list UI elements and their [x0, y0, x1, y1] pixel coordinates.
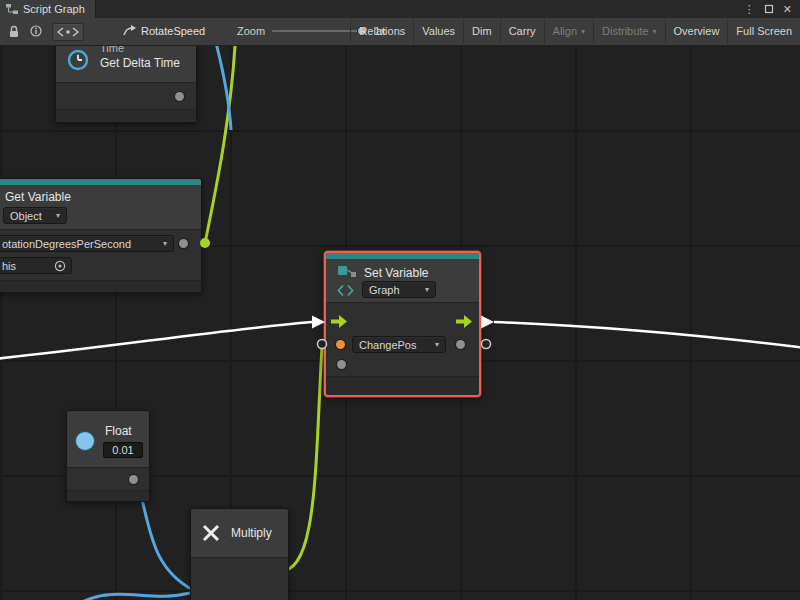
node-header: Get Variable Object ▾ — [0, 185, 201, 229]
node-title: Set Variable — [364, 266, 428, 280]
float-value-field[interactable]: 0.01 — [103, 442, 143, 458]
node-footer — [67, 490, 149, 501]
lock-button[interactable] — [6, 18, 22, 44]
distribute-button[interactable]: Distribute▾ — [593, 18, 664, 44]
node-footer — [326, 376, 479, 395]
variable-scope-dropdown[interactable]: Object ▾ — [3, 207, 67, 224]
carry-label: Carry — [509, 25, 536, 37]
node-title: Get Variable — [5, 190, 71, 204]
dropdown-arrow-icon: ▾ — [163, 239, 167, 248]
window-maximize-icon[interactable] — [764, 4, 774, 14]
node-footer — [56, 109, 196, 122]
wire-flow-out[interactable] — [494, 322, 800, 348]
distribute-dropdown-arrow-icon: ▾ — [653, 27, 657, 36]
node-get-delta-time[interactable]: Time Get Delta Time — [55, 45, 197, 123]
node-multiply[interactable]: Multiply A A × B B — [190, 508, 289, 600]
fullscreen-label: Full Screen — [736, 25, 792, 37]
script-graph-icon — [6, 4, 18, 14]
node-body: ChangePos ▾ — [326, 302, 479, 376]
node-title: Get Delta Time — [100, 56, 180, 70]
values-button[interactable]: Values — [413, 18, 463, 44]
distribute-label: Distribute — [602, 25, 648, 37]
variable-scope-dropdown[interactable]: Graph ▾ — [362, 281, 436, 298]
overview-label: Overview — [674, 25, 720, 37]
set-variable-icon — [337, 265, 357, 279]
variable-value-port[interactable] — [179, 239, 188, 248]
code-preview-icon — [57, 27, 79, 37]
overview-button[interactable]: Overview — [665, 18, 728, 44]
relations-label: Relations — [359, 25, 405, 37]
variable-name-label: otationDegreesPerSecond — [2, 238, 131, 250]
align-button[interactable]: Align▾ — [544, 18, 593, 44]
inspect-button[interactable] — [28, 18, 44, 44]
tab-bar: Script Graph ⋮ ✕ — [0, 0, 800, 19]
window-controls: ⋮ ✕ — [744, 0, 800, 18]
values-label: Values — [422, 25, 455, 37]
carry-button[interactable]: Carry — [500, 18, 544, 44]
graph-scope-icon — [337, 284, 354, 297]
delta-time-output-port[interactable] — [175, 92, 184, 101]
node-header: Time Get Delta Time — [56, 45, 196, 82]
multiply-icon — [201, 523, 221, 543]
value-input-port[interactable] — [336, 340, 345, 349]
node-get-variable[interactable]: Get Variable Object ▾ otationDegreesPerS… — [0, 178, 202, 293]
scope-label: Object — [10, 210, 42, 222]
window-close-icon[interactable]: ✕ — [783, 4, 792, 15]
lock-icon — [8, 25, 20, 38]
info-icon — [30, 25, 42, 37]
fullscreen-button[interactable]: Full Screen — [727, 18, 800, 44]
wire-green-variable[interactable] — [205, 45, 236, 243]
node-footer — [0, 280, 201, 292]
variable-name-dropdown[interactable]: ChangePos ▾ — [352, 336, 446, 353]
graph-toolbar: RotateSpeed Zoom 1x Relations Values Dim… — [0, 18, 800, 46]
window-menu-icon[interactable]: ⋮ — [744, 4, 755, 15]
zoom-label: Zoom — [237, 25, 265, 37]
graph-asset-icon — [122, 25, 136, 37]
value-preview-toggle[interactable] — [52, 23, 84, 41]
wire-flow-in[interactable] — [0, 322, 312, 359]
node-body: otationDegreesPerSecond ▾ his — [0, 229, 201, 280]
node-body — [56, 82, 196, 109]
clock-icon — [66, 48, 90, 72]
node-header: Float 0.01 — [67, 411, 149, 467]
dim-label: Dim — [472, 25, 492, 37]
object-target-label: his — [2, 260, 16, 272]
object-picker-icon[interactable] — [54, 260, 66, 272]
variable-name-dropdown[interactable]: otationDegreesPerSecond ▾ — [0, 235, 174, 252]
flow-output-port[interactable] — [456, 315, 472, 328]
toolbar-buttons: Relations Values Dim Carry Align▾ Distri… — [350, 18, 800, 44]
tab-script-graph[interactable]: Script Graph — [0, 0, 96, 18]
maximize-glyph — [764, 4, 774, 14]
dropdown-arrow-icon: ▾ — [425, 285, 429, 294]
float-value: 0.01 — [112, 444, 133, 456]
node-title: Multiply — [231, 526, 272, 540]
node-header: Multiply — [191, 509, 288, 557]
graph-title: RotateSpeed — [122, 18, 205, 44]
dim-button[interactable]: Dim — [463, 18, 500, 44]
node-title: Float — [105, 424, 132, 438]
wire-blue-bottom[interactable] — [82, 593, 190, 600]
align-label: Align — [553, 25, 577, 37]
scope-label: Graph — [369, 284, 400, 296]
value-output-port[interactable] — [456, 340, 465, 349]
node-category: Time — [100, 45, 180, 54]
graph-canvas[interactable]: Time Get Delta Time Get Variable Object … — [0, 45, 800, 600]
node-float-literal[interactable]: Float 0.01 — [66, 410, 150, 502]
node-body — [67, 467, 149, 490]
relations-button[interactable]: Relations — [350, 18, 413, 44]
float-output-port[interactable] — [129, 475, 138, 484]
node-body: A A × B B — [191, 557, 288, 600]
flow-input-port[interactable] — [331, 315, 347, 328]
variable-name-label: ChangePos — [359, 339, 417, 351]
unity-editor-window: Script Graph ⋮ ✕ — [0, 0, 800, 600]
align-dropdown-arrow-icon: ▾ — [581, 27, 585, 36]
node-set-variable-selected[interactable]: Set Variable Graph ▾ — [324, 251, 481, 397]
graph-title-label: RotateSpeed — [141, 25, 205, 37]
tab-title: Script Graph — [23, 3, 85, 15]
node-header: Set Variable Graph ▾ — [326, 259, 479, 302]
dropdown-arrow-icon: ▾ — [435, 340, 439, 349]
dropdown-arrow-icon: ▾ — [56, 211, 60, 220]
object-target-field[interactable]: his — [0, 257, 72, 274]
fallback-port[interactable] — [337, 360, 346, 369]
float-icon — [76, 432, 94, 450]
